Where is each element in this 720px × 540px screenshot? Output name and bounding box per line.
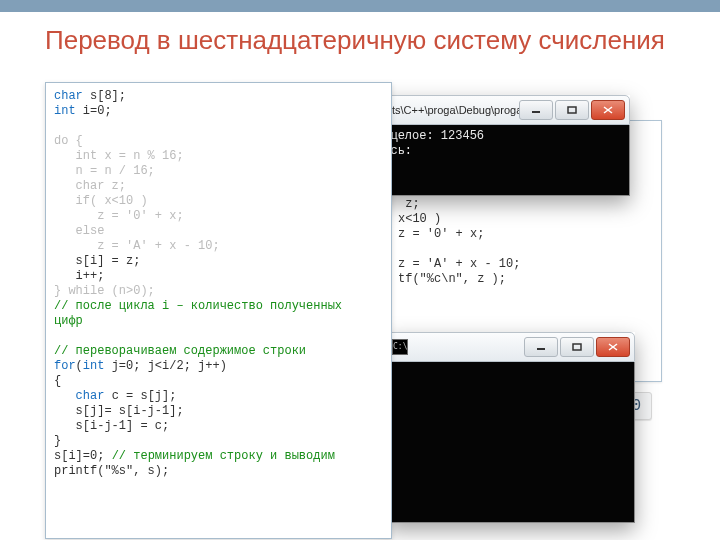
console-icon bbox=[392, 339, 408, 355]
maximize-button[interactable] bbox=[555, 100, 589, 120]
minimize-button[interactable] bbox=[519, 100, 553, 120]
console-titlebar[interactable] bbox=[385, 332, 635, 362]
svg-rect-1 bbox=[573, 344, 581, 350]
close-button[interactable] bbox=[591, 100, 625, 120]
slide-title: Перевод в шестнадцатеричную систему счис… bbox=[45, 25, 675, 56]
code-panel-main: char s[8]; int i=0; do { int x = n % 16;… bbox=[45, 82, 392, 539]
console-window-small bbox=[385, 332, 635, 523]
svg-rect-5 bbox=[568, 107, 576, 113]
minimize-button[interactable] bbox=[524, 337, 558, 357]
maximize-button[interactable] bbox=[560, 337, 594, 357]
code-main: char s[8]; int i=0; do { int x = n % 16;… bbox=[46, 83, 391, 485]
console-body bbox=[386, 362, 634, 385]
close-button[interactable] bbox=[596, 337, 630, 357]
